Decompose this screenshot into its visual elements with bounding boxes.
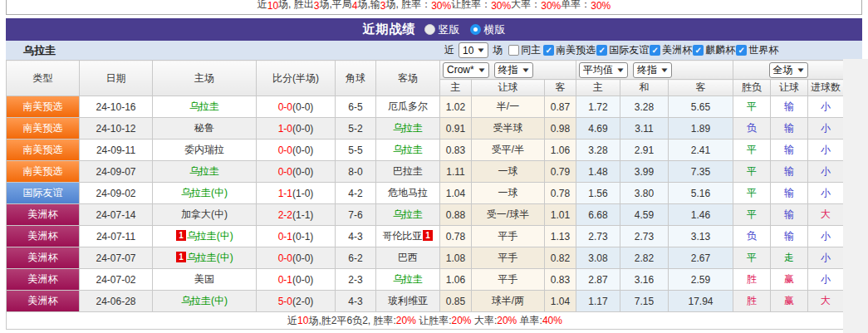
wdl-result-value: 负 xyxy=(747,122,757,134)
avg-draw-odds: 4.59 xyxy=(620,204,669,226)
league-filter-checkbox[interactable]: ✓美洲杯 xyxy=(649,43,692,57)
subcol-handicap-result: 让球 xyxy=(771,80,808,96)
league-filter-checkbox[interactable]: ✓麒麟杯 xyxy=(692,43,735,57)
recent-matches-table: 类型 日期 主场 比分(半场) 角球 客场 Crow* ▼ 终指 ▼ xyxy=(6,60,844,330)
away-team-name: 乌拉圭 xyxy=(393,273,423,285)
checkbox-unchecked-icon[interactable] xyxy=(508,45,519,56)
away-handicap-odds: 0.79 xyxy=(545,161,576,183)
wdl-result: 平 xyxy=(733,96,771,118)
goals-result: 小 xyxy=(808,269,844,291)
odds-source-select[interactable]: Crow* ▼ xyxy=(443,62,489,78)
summary-segment: 大率: xyxy=(472,315,498,326)
checkbox-checked-icon[interactable]: ✓ xyxy=(543,45,554,56)
checkbox-checked-icon[interactable]: ✓ xyxy=(693,45,704,56)
layout-radio-vertical[interactable]: 竖版 xyxy=(424,22,460,37)
final-odds-select-2[interactable]: 终指 ▼ xyxy=(633,62,672,78)
fulltime-score: 0-0 xyxy=(278,144,292,156)
home-team-name: 美国 xyxy=(194,273,214,285)
checkbox-checked-icon[interactable]: ✓ xyxy=(736,45,747,56)
final-odds-select-1[interactable]: 终指 ▼ xyxy=(494,62,533,78)
league-badge: 南美预选 xyxy=(7,96,79,117)
wdl-result-value: 平 xyxy=(747,100,757,112)
col-header-score: 比分(半场) xyxy=(257,61,336,96)
league-filter-checkbox[interactable]: ✓世界杯 xyxy=(735,43,778,57)
radio-selected-icon[interactable] xyxy=(470,24,481,35)
goals-result-value: 小 xyxy=(821,230,831,242)
league-filter-checkbox[interactable]: ✓南美预选 xyxy=(542,43,596,57)
score-cell: 1-1(1-0) xyxy=(257,183,336,204)
handicap-result-value: 赢 xyxy=(784,273,794,285)
goals-result-value: 小 xyxy=(821,165,831,177)
halftime-score: (1-1) xyxy=(292,209,313,221)
checkbox-checked-icon[interactable]: ✓ xyxy=(596,45,607,56)
radio-unselected-icon[interactable] xyxy=(424,24,435,35)
checkbox-checked-icon[interactable]: ✓ xyxy=(650,45,660,56)
chevron-down-icon: ▼ xyxy=(476,47,486,54)
table-row: 美洲杯24-07-14加拿大(中)2-2(1-1)7-6乌拉圭0.88受一/球半… xyxy=(7,204,844,226)
filter-bar: 乌拉圭 近 10 ▼ 场 同主 ✓南美预选✓国际友谊✓美洲杯✓麒麟杯✓世界杯 xyxy=(6,41,862,60)
score-cell: 0-0(0-0) xyxy=(257,247,336,269)
away-team-name: 巴西 xyxy=(398,252,418,263)
layout-radio-horizontal[interactable]: 横版 xyxy=(470,22,506,37)
scope-select[interactable]: 全场 ▼ xyxy=(769,62,808,78)
home-team-cell: 乌拉圭 xyxy=(153,161,257,183)
wdl-result-value: 胜 xyxy=(747,273,757,285)
corner-cell: 8-0 xyxy=(336,161,376,183)
goals-result: 小 xyxy=(808,161,844,183)
chevron-down-icon: ▼ xyxy=(521,66,531,74)
summary-segment: 30% xyxy=(431,0,451,12)
home-handicap-odds: 0.91 xyxy=(440,118,472,140)
away-handicap-odds: 0.78 xyxy=(545,183,576,204)
fulltime-score: 1-0 xyxy=(278,123,292,135)
avg-draw-odds: 3.99 xyxy=(620,161,669,183)
away-team-name: 玻利维亚 xyxy=(388,295,428,306)
corner-cell: 6-5 xyxy=(336,96,376,118)
goals-result-value: 小 xyxy=(821,273,831,285)
avg-away-odds: 1.46 xyxy=(669,204,733,226)
goals-result: 小 xyxy=(808,226,844,247)
summary-segment: 场,平局 xyxy=(319,0,351,12)
home-handicap-odds: 1.11 xyxy=(440,161,472,183)
home-handicap-odds: 1.02 xyxy=(440,96,472,118)
goals-result-value: 大 xyxy=(821,208,831,220)
home-team-name: 乌拉圭(中) xyxy=(187,230,233,242)
summary-segment: 单率: xyxy=(517,315,542,326)
match-count-select[interactable]: 10 ▼ xyxy=(459,42,488,58)
fulltime-score: 0-0 xyxy=(278,166,292,178)
goals-result: 大 xyxy=(808,204,844,226)
avg-draw-odds: 2.82 xyxy=(620,247,669,269)
summary-segment: 10 xyxy=(267,0,278,12)
league-filter-checkbox[interactable]: ✓国际友谊 xyxy=(596,43,649,57)
average-select[interactable]: 平均值 ▼ xyxy=(579,62,628,78)
handicap-result: 输 xyxy=(771,161,808,183)
wdl-result: 胜 xyxy=(733,291,771,312)
away-team-name: 厄瓜多尔 xyxy=(388,100,428,112)
same-home-checkbox[interactable]: 同主 xyxy=(508,43,541,57)
goals-result: 大 xyxy=(808,291,844,312)
league-type-cell: 南美预选 xyxy=(7,161,80,183)
summary-segment: 近 xyxy=(287,315,297,326)
avg-draw-odds: 3.16 xyxy=(620,269,669,291)
away-handicap-odds: 0.87 xyxy=(545,96,576,118)
summary-segment: 30% xyxy=(591,0,611,12)
wdl-result: 平 xyxy=(733,183,771,204)
table-row: 国际友谊24-09-02乌拉圭(中)1-1(1-0)4-2危地马拉1.04一球0… xyxy=(7,183,844,204)
wdl-result-value: 负 xyxy=(747,230,757,242)
subcol-avg-home: 主 xyxy=(576,80,620,96)
match-count-value: 10 xyxy=(463,45,473,56)
handicap-line: 受半球 xyxy=(472,118,545,140)
filter-controls: 近 10 ▼ 场 同主 ✓南美预选✓国际友谊✓美洲杯✓麒麟杯✓世界杯 xyxy=(444,42,778,58)
corner-cell: 4-3 xyxy=(336,291,376,312)
table-row: 南美预选24-09-11委内瑞拉0-0(0-0)5-5乌拉圭0.83受平/半1.… xyxy=(7,140,844,161)
avg-away-odds: 1.89 xyxy=(669,118,733,140)
wdl-result: 平 xyxy=(733,161,771,183)
goals-result-value: 小 xyxy=(821,187,831,198)
corner-cell: 4-2 xyxy=(336,183,376,204)
home-team-name: 秘鲁 xyxy=(194,122,214,134)
wdl-result: 平 xyxy=(733,204,771,226)
league-type-cell: 国际友谊 xyxy=(7,183,80,204)
away-team-cell: 巴西 xyxy=(376,247,440,269)
league-type-cell: 南美预选 xyxy=(7,140,80,161)
avg-away-odds: 2.41 xyxy=(669,140,733,161)
home-team-name: 乌拉圭(中) xyxy=(181,187,228,198)
